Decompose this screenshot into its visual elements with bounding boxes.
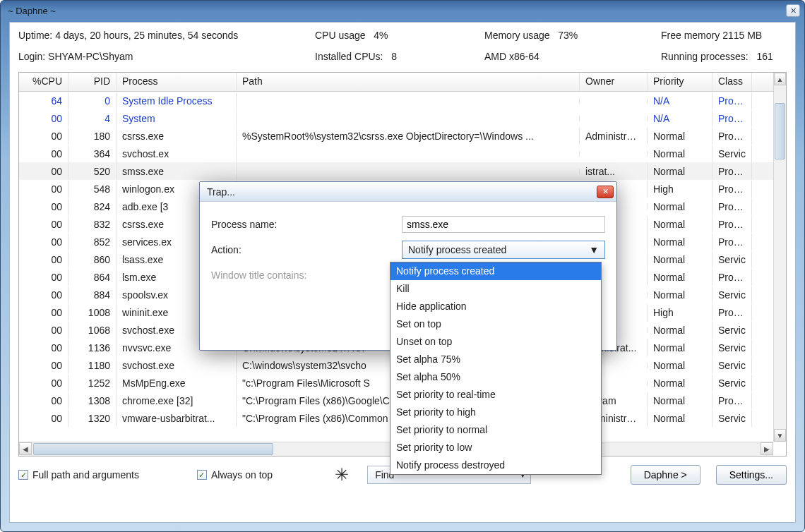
- cell: Servic: [712, 251, 752, 268]
- dropdown-item[interactable]: Unset on top: [390, 333, 601, 351]
- cell: 00: [19, 410, 68, 427]
- cell: Administrat...: [580, 128, 648, 145]
- dropdown-item[interactable]: Set priority to high: [390, 404, 601, 421]
- dropdown-item[interactable]: Set on top: [390, 315, 601, 333]
- cell: N/A: [648, 92, 712, 109]
- cell: 00: [19, 357, 68, 374]
- cell: [237, 98, 580, 104]
- cell: Normal: [648, 234, 712, 250]
- cell: 00: [19, 251, 68, 268]
- cell: Servic: [712, 375, 752, 392]
- col-path[interactable]: Path: [237, 73, 580, 91]
- list-header[interactable]: %CPU PID Process Path Owner Priority Cla…: [19, 73, 786, 92]
- crosshair-icon[interactable]: ✳: [332, 465, 352, 485]
- cell: svchost.exe: [117, 357, 237, 374]
- cell: 1320: [68, 410, 117, 427]
- cell: [237, 116, 580, 121]
- cell: 1308: [68, 392, 117, 409]
- dropdown-item[interactable]: Hide application: [390, 298, 601, 315]
- cell: Proces: [712, 110, 752, 127]
- daphne-button[interactable]: Daphne >: [631, 465, 700, 485]
- cell: 64: [19, 92, 68, 109]
- dropdown-item[interactable]: Set priority to real-time: [390, 386, 601, 404]
- checkbox-icon: ✓: [197, 470, 207, 480]
- settings-button[interactable]: Settings...: [716, 465, 787, 485]
- cell: Normal: [648, 163, 712, 180]
- dropdown-item[interactable]: Kill: [390, 280, 601, 298]
- cell: 548: [68, 181, 117, 198]
- cell: 00: [19, 269, 68, 286]
- col-process[interactable]: Process: [117, 73, 237, 91]
- dropdown-item[interactable]: Set priority to low: [390, 439, 601, 457]
- fullpath-checkbox[interactable]: ✓ Full path and arguments: [18, 469, 139, 480]
- cell: svchost.ex: [117, 145, 237, 162]
- cell: Normal: [648, 322, 712, 339]
- close-icon[interactable]: ✕: [786, 4, 800, 17]
- dropdown-item[interactable]: Set priority to normal: [390, 421, 601, 439]
- cell: [237, 151, 580, 157]
- process-name-input[interactable]: [402, 216, 605, 233]
- table-row[interactable]: 00520smss.exeistrat...NormalProces: [19, 162, 786, 180]
- cell: 00: [19, 145, 68, 162]
- cell: 00: [19, 110, 68, 127]
- dropdown-item[interactable]: Set alpha 75%: [390, 351, 601, 368]
- cell: Normal: [648, 128, 712, 145]
- col-priority[interactable]: Priority: [648, 73, 712, 91]
- scroll-right-icon[interactable]: ▶: [761, 442, 773, 455]
- hscroll-thumb[interactable]: [33, 443, 273, 455]
- action-dropdown[interactable]: Notify process createdKillHide applicati…: [390, 262, 602, 475]
- cell: Normal: [648, 251, 712, 268]
- cell: MsMpEng.exe: [117, 375, 237, 392]
- scroll-down-icon[interactable]: ▼: [774, 429, 786, 442]
- cell: 1252: [68, 375, 117, 392]
- col-owner[interactable]: Owner: [580, 73, 648, 91]
- dropdown-item[interactable]: Notify process created: [390, 262, 601, 280]
- cell: istrat...: [580, 163, 648, 180]
- main-window: ~ Daphne ~ ✕ Uptime: 4 days, 20 hours, 2…: [0, 0, 805, 532]
- cell: 824: [68, 198, 117, 215]
- cell: [580, 151, 648, 157]
- scroll-thumb[interactable]: [775, 103, 785, 159]
- cell: Normal: [648, 357, 712, 374]
- cell: High: [648, 304, 712, 321]
- scroll-left-icon[interactable]: ◀: [19, 442, 32, 455]
- cell: %SystemRoot%\system32\csrss.exe ObjectDi…: [237, 128, 580, 145]
- process-name-label: Process name:: [211, 219, 402, 230]
- dialog-titlebar[interactable]: Trap... ✕: [200, 182, 616, 202]
- cell: smss.exe: [117, 163, 237, 180]
- col-pid[interactable]: PID: [68, 73, 117, 91]
- close-icon[interactable]: ✕: [597, 186, 614, 198]
- action-label: Action:: [211, 244, 402, 255]
- action-combo[interactable]: Notify process created ▼: [402, 241, 605, 259]
- table-row[interactable]: 004SystemN/AProces: [19, 109, 786, 127]
- scroll-up-icon[interactable]: ▲: [774, 73, 786, 85]
- cell: Proces: [712, 304, 752, 321]
- cell: 00: [19, 216, 68, 233]
- table-row[interactable]: 00364svchost.exNormalServic: [19, 145, 786, 162]
- cell: 00: [19, 375, 68, 392]
- cell: Normal: [648, 145, 712, 162]
- col-class[interactable]: Class: [712, 73, 752, 91]
- always-on-top-checkbox[interactable]: ✓ Always on top: [197, 469, 273, 480]
- titlebar[interactable]: ~ Daphne ~ ✕: [1, 1, 804, 20]
- vertical-scrollbar[interactable]: ▲ ▼: [773, 73, 786, 442]
- cell: System: [117, 110, 237, 127]
- window-title: ~ Daphne ~: [8, 6, 56, 16]
- cell: 864: [68, 269, 117, 286]
- cell: 860: [68, 251, 117, 268]
- dropdown-item[interactable]: Notify process destroyed: [390, 457, 601, 474]
- cell: 00: [19, 286, 68, 303]
- table-row[interactable]: 00180csrss.exe%SystemRoot%\system32\csrs…: [19, 127, 786, 145]
- cell: [580, 98, 648, 104]
- col-cpu[interactable]: %CPU: [19, 73, 68, 91]
- cell: Proces: [712, 392, 752, 409]
- cell: Normal: [648, 216, 712, 233]
- chevron-down-icon: ▼: [589, 244, 599, 255]
- cell: Proces: [712, 234, 752, 250]
- cell: 00: [19, 181, 68, 198]
- cell: Servic: [712, 145, 752, 162]
- cell: Servic: [712, 286, 752, 303]
- dropdown-item[interactable]: Set alpha 50%: [390, 368, 601, 386]
- table-row[interactable]: 640System Idle ProcessN/AProces: [19, 92, 786, 109]
- cell: Servic: [712, 357, 752, 374]
